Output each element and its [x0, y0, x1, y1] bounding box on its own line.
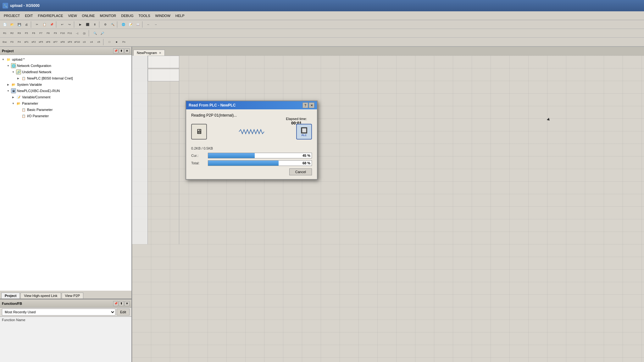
pc-icon-symbol: 🖥 [196, 128, 203, 136]
total-progress-bar: 68 % [208, 160, 312, 166]
progress-total-row: Total: 68 % [191, 160, 312, 166]
dialog-footer: Cancel [191, 168, 312, 175]
dialog-title-bar: Read From PLC - NewPLC ? ✕ [186, 101, 317, 109]
dialog-overlay: Read From PLC - NewPLC ? ✕ Reading P2P 0… [0, 0, 644, 362]
progress-cur-row: Cur.: 45 % [191, 153, 312, 158]
cancel-button[interactable]: Cancel [289, 168, 312, 175]
dialog-title-buttons: ? ✕ [303, 102, 314, 108]
elapsed-label: Elapsed time: [286, 117, 307, 121]
total-percent-text: 68 % [303, 161, 310, 166]
cur-progress-bar: 45 % [208, 153, 312, 158]
dialog-size-info: 0.2KB / 0.5KB [191, 146, 312, 150]
plc-icon: 🔲 PLC [296, 124, 312, 140]
dialog-help-btn[interactable]: ? [303, 102, 308, 108]
wave-animation [209, 129, 294, 135]
dialog-status-row: Reading P2P 01(Internal)... Elapsed time… [191, 113, 312, 118]
plc-icon-symbol: 🔲 [301, 127, 308, 134]
plc-icon-label: PLC [302, 134, 307, 137]
cur-progress-fill [208, 153, 255, 158]
cur-percent-text: 45 % [303, 153, 310, 158]
total-label: Total: [191, 161, 205, 165]
dialog-body: Reading P2P 01(Internal)... Elapsed time… [186, 109, 317, 179]
dialog-close-btn[interactable]: ✕ [309, 102, 314, 108]
cur-label: Cur.: [191, 154, 205, 157]
total-progress-fill [208, 161, 279, 166]
dialog-title-text: Read From PLC - NewPLC [189, 103, 236, 107]
pc-icon: 🖥 [191, 124, 207, 140]
read-from-plc-dialog: Read From PLC - NewPLC ? ✕ Reading P2P 0… [186, 101, 318, 180]
